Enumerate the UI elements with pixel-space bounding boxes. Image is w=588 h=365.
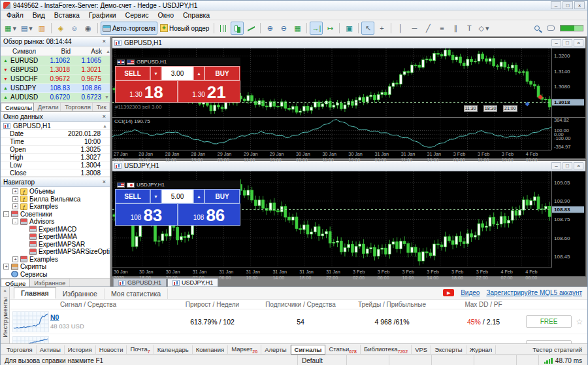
cci-indicator-pane[interactable]: 384.82100.000.00-100.00-354.97CCI(14) 19… — [112, 117, 585, 150]
scroll-up-icon[interactable]: ▲ — [103, 124, 107, 128]
close-button[interactable]: × — [574, 39, 583, 46]
minimize-button[interactable]: – — [551, 1, 561, 9]
close-icon[interactable]: × — [101, 113, 107, 120]
trendline-button[interactable]: ╱ — [421, 22, 434, 35]
toolbox-tab-Новости[interactable]: Новости — [96, 345, 127, 354]
volume-input[interactable]: 5.00 — [161, 189, 193, 203]
trading-panel-header[interactable]: GBPUSD,H1 — [115, 58, 240, 66]
tab-Торговля[interactable]: Торговля — [61, 103, 93, 111]
sell-price[interactable]: 1.3018 — [115, 80, 178, 103]
time-axis[interactable]: 30 Jan 202030 Jan 18:0030 Jan 22:0031 Ja… — [112, 268, 551, 276]
cursor-button[interactable]: ↖ — [361, 22, 374, 35]
toolbox-tab-VPS[interactable]: VPS — [412, 345, 431, 354]
minimize-button[interactable]: – — [551, 162, 561, 169]
signal-link[interactable]: N0 — [50, 313, 59, 321]
sell-button[interactable]: SELL — [115, 66, 150, 80]
tab-Символы[interactable]: Символы — [1, 103, 34, 111]
zoom-out-button[interactable]: ⊖ — [277, 22, 290, 35]
toolbox-tab-Алерты[interactable]: Алерты — [261, 345, 290, 354]
accounts-button[interactable]: ▥ — [35, 22, 48, 35]
toolbox-tab-Маркет[interactable]: Маркет26 — [228, 345, 261, 355]
free-button[interactable]: FREE — [526, 315, 572, 328]
navigator-item[interactable]: +ƒExamples — [1, 203, 110, 211]
connection-meter[interactable] — [558, 22, 585, 35]
horizontal-line-button[interactable]: ─ — [408, 22, 421, 35]
toolbox-tab-Активы[interactable]: Активы — [37, 345, 65, 354]
maximize-button[interactable]: □ — [563, 1, 573, 9]
fibo-button[interactable]: ≡ — [435, 22, 448, 35]
broadcast-button[interactable]: ◉ — [82, 22, 95, 35]
volume-input[interactable]: 3.00 — [161, 66, 193, 80]
channel-button[interactable]: ∥ — [449, 22, 462, 35]
search-button[interactable] — [531, 22, 544, 35]
tab-Избранное[interactable]: Избранное — [56, 288, 105, 299]
chart-canvas[interactable]: 109.05108.90108.75108.60108.45108.83USDJ… — [112, 171, 585, 268]
candles-button[interactable] — [231, 22, 244, 35]
market-watch-row[interactable]: ▼GBPUSD1.30181.3021 — [1, 65, 110, 75]
bars-button[interactable] — [217, 22, 230, 35]
navigator-item[interactable]: +ƒБилла Вильямса — [1, 196, 110, 203]
sell-button[interactable]: SELL — [115, 189, 150, 203]
close-icon[interactable]: × — [3, 287, 7, 294]
toolbox-tab-Эксперты[interactable]: Эксперты — [431, 345, 466, 354]
navigator-item[interactable]: ExpertMAMA — [1, 233, 110, 241]
navigator-item[interactable]: +Скрипты — [1, 263, 110, 271]
tile-windows-button[interactable]: ▦ — [291, 22, 304, 35]
crosshair-button[interactable]: + — [375, 22, 388, 35]
deposit-button[interactable]: ◈ — [54, 22, 67, 35]
expand-icon[interactable]: + — [12, 256, 18, 262]
signal-row[interactable]: N048 033 USD613.79% / 102544 968 /61%45%… — [10, 309, 587, 334]
toolbox-tab-Почта[interactable]: Почта7 — [127, 345, 154, 355]
new-chart-button[interactable]: ▦▾ — [3, 22, 18, 35]
menu-item[interactable]: Вид — [28, 11, 50, 19]
video-link[interactable]: Видео — [461, 289, 480, 296]
market-watch-row[interactable]: ▲USDJPY108.83108.86 — [1, 84, 110, 93]
menu-item[interactable]: Вставка — [50, 11, 84, 19]
community-button[interactable]: ☺ — [68, 22, 81, 35]
buy-price[interactable]: 10886 — [178, 203, 240, 226]
close-icon[interactable]: × — [101, 38, 107, 44]
cci-chart[interactable]: 384.82100.000.00-100.00-354.97 — [112, 118, 585, 150]
maximize-button[interactable]: □ — [563, 39, 572, 46]
buy-price[interactable]: 1.3021 — [178, 80, 240, 103]
maximize-button[interactable]: □ — [563, 162, 572, 169]
navigator-item[interactable]: -Advisors — [1, 218, 110, 226]
menu-item[interactable]: Сервис — [121, 11, 154, 19]
favorite-star-icon[interactable]: ☆ — [572, 317, 587, 326]
toolbox-tab-Торговля[interactable]: Торговля — [3, 345, 37, 354]
toolbox-tab-Библиотека[interactable]: Библиотека7202 — [361, 345, 412, 355]
menu-item[interactable]: Справка — [178, 11, 214, 19]
scroll-up-icon[interactable]: ▲ — [104, 49, 110, 54]
volume-decrease-button[interactable]: ▼ — [150, 66, 161, 80]
autotrade-button[interactable]: Авто-торговля — [101, 22, 157, 35]
new-order-button[interactable]: +Новый ордер — [158, 22, 212, 35]
register-mql5-link[interactable]: Зарегистрируйте MQL5 аккаунт — [486, 289, 582, 296]
market-watch-row[interactable]: ▲AUDUSD0.67200.6723▼ — [1, 93, 110, 102]
text-button[interactable]: T — [463, 22, 476, 35]
navigator-item[interactable]: ExpertMAPSARSizeOptim — [1, 248, 110, 256]
collapse-icon[interactable]: - — [12, 218, 18, 224]
indicators-button[interactable]: ▣ — [342, 22, 355, 35]
tab-Тик[interactable]: Тик — [93, 103, 110, 111]
minimize-button[interactable]: – — [551, 39, 561, 46]
expand-icon[interactable]: + — [12, 203, 18, 209]
collapse-icon[interactable]: - — [3, 211, 9, 217]
line-chart-button[interactable] — [244, 22, 257, 35]
toolbox-tab-История[interactable]: История — [65, 345, 96, 354]
auto-scroll-button[interactable]: ↦ — [323, 22, 336, 35]
shift-end-button[interactable]: →| — [310, 22, 323, 35]
navigator-item[interactable]: +Examples — [1, 256, 110, 264]
volume-decrease-button[interactable]: ▼ — [150, 189, 161, 203]
market-watch-row[interactable]: ▼USDCHF0.96720.9675 — [1, 75, 110, 84]
signal-row[interactable]: Prospector Scalper EA201.54% / 912653 42… — [10, 334, 587, 343]
video-icon[interactable]: ▶ — [443, 289, 454, 296]
navigator-item[interactable]: +ƒОбъемы — [1, 188, 110, 196]
tab-Детали[interactable]: Детали — [34, 103, 61, 111]
vertical-line-button[interactable]: │ — [394, 22, 407, 35]
zoom-in-button[interactable]: ⊕ — [263, 22, 276, 35]
tab-Главная[interactable]: Главная — [14, 287, 56, 299]
tab-Моя статистика[interactable]: Моя статистика — [105, 288, 168, 299]
sell-price[interactable]: 10883 — [115, 203, 178, 226]
volume-increase-button[interactable]: ▲ — [193, 189, 204, 203]
toolbox-tab-Компания[interactable]: Компания — [193, 345, 228, 354]
